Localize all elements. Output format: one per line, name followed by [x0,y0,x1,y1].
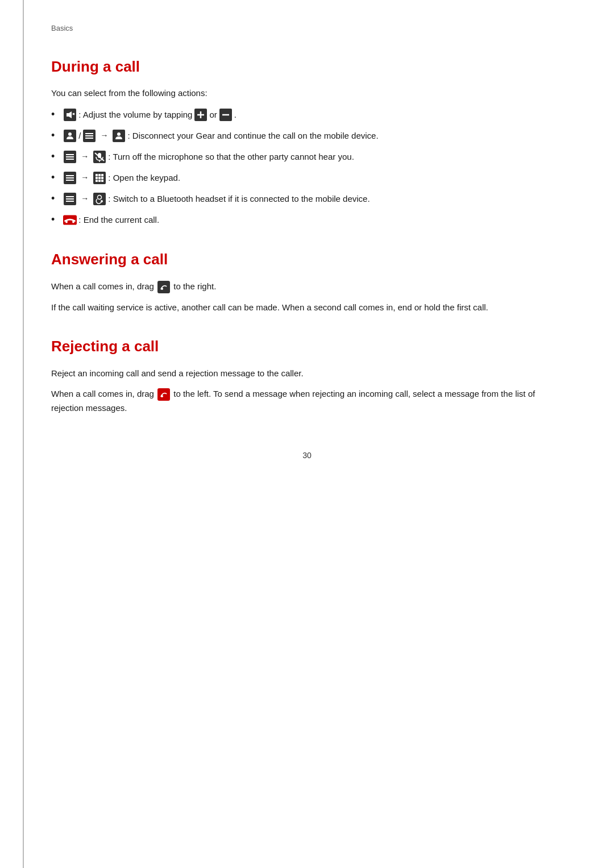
list-item-disconnect: / → : Disconnect your Gear and co [51,128,563,143]
answering-para-1: When a call comes in, drag to the right. [51,280,563,294]
svg-point-10 [68,132,72,136]
rejecting-para-2: When a call comes in, drag to the left. … [51,387,563,415]
page-number: 30 [51,449,563,462]
disconnect-text: : Disconnect your Gear and continue the … [127,130,378,143]
keypad-svg [93,172,106,184]
list-item-mute: → : Turn off the microphone so that the … [51,149,563,164]
rejecting-para-1: Reject an incoming call and send a rejec… [51,367,563,380]
during-call-list: : Adjust the volume by tapping or . [51,107,563,227]
volume-svg [64,109,76,121]
svg-point-45 [101,200,103,202]
end-call-text: : End the current call. [78,214,159,227]
menu-svg-1 [83,130,96,142]
phone-icon-2 [112,129,126,143]
section-title-rejecting-call: Rejecting a call [51,335,563,359]
menu-svg-3 [64,172,76,184]
answer-icon-svg [157,281,170,293]
list-item-end-call: : End the current call. [51,212,563,227]
svg-rect-30 [96,174,98,176]
answer-drag-icon [157,280,171,294]
volume-icon [63,108,77,122]
phone-svg-2 [113,130,125,142]
bluetooth-icon [93,192,106,206]
section-title-answering-call: Answering a call [51,248,563,272]
svg-point-52 [161,395,163,397]
section-title-during-call: During a call [51,55,563,79]
svg-rect-47 [66,221,68,223]
plus-icon [194,108,208,122]
mute-svg [93,151,106,163]
bluetooth-text: : Switch to a Bluetooth headset if it is… [108,193,370,206]
keypad-icon [93,171,106,185]
during-call-intro: You can select from the following action… [51,86,563,100]
list-item-volume: : Adjust the volume by tapping or . [51,107,563,122]
arrow-3: → [81,172,89,184]
svg-rect-33 [96,177,98,179]
list-item-bluetooth: → : Switch to a Bluetooth headset if it … [51,191,563,206]
menu-icon-4 [63,192,77,206]
menu-svg-4 [64,193,76,205]
mute-text: : Turn off the microphone so that the ot… [108,151,354,164]
bluetooth-svg [93,193,106,205]
volume-text-or: or [209,109,217,122]
slash: / [78,130,81,143]
menu-icon-2 [63,150,77,164]
arrow-1: → [100,130,108,142]
svg-rect-32 [101,174,103,176]
list-item-keypad: → : Open the keypad. [51,170,563,185]
reject-drag-icon [157,388,171,401]
svg-rect-48 [73,221,74,223]
svg-point-16 [117,132,121,136]
volume-text-end: . [234,109,237,122]
phone-contact-svg [64,130,76,142]
plus-svg [194,109,207,121]
menu-svg-2 [64,151,76,163]
svg-rect-51 [157,388,170,401]
keypad-text: : Open the keypad. [108,172,180,185]
svg-rect-49 [157,281,170,293]
svg-rect-35 [101,177,103,179]
answering-para-2: If the call waiting service is active, a… [51,301,563,314]
svg-point-50 [161,288,163,290]
svg-rect-31 [98,174,101,176]
arrow-2: → [81,151,89,163]
svg-rect-37 [98,180,101,182]
svg-rect-34 [98,177,101,179]
svg-rect-36 [96,180,98,182]
minus-icon [219,108,233,122]
end-call-svg [63,214,77,226]
phone-contact-icon [63,129,77,143]
menu-icon-3 [63,171,77,185]
volume-text-before: : Adjust the volume by tapping [78,109,192,122]
minus-svg [219,109,232,121]
reject-icon-svg [157,388,170,401]
end-call-icon [63,213,77,227]
svg-rect-38 [101,180,103,182]
arrow-4: → [81,193,89,205]
menu-icon-1 [82,129,96,143]
breadcrumb: Basics [51,23,563,35]
mute-icon [93,150,106,164]
